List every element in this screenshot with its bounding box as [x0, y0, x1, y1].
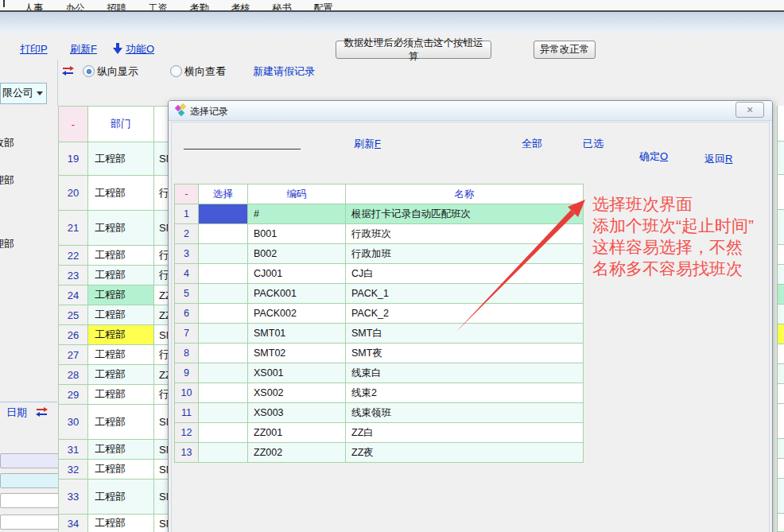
department-cell[interactable]: 工程部 [88, 211, 154, 246]
shift-code-cell[interactable]: PACK001 [248, 284, 346, 304]
shift-name-cell[interactable]: 线束2 [346, 383, 584, 403]
shift-code-cell[interactable]: ZZ002 [248, 443, 346, 463]
department-cell[interactable]: 工程部 [88, 325, 154, 345]
department-cell[interactable]: 工程部 [88, 246, 154, 266]
back-link[interactable]: 返回R [704, 152, 732, 166]
shift-code-cell[interactable]: B001 [248, 224, 346, 244]
row-number-cell[interactable]: 29 [59, 385, 88, 405]
department-cell[interactable]: 工程部 [88, 480, 154, 515]
row-number-cell[interactable]: 13 [175, 443, 199, 463]
shift-code-cell[interactable]: PACK002 [248, 304, 346, 324]
shift-name-cell[interactable]: 线束领班 [346, 403, 584, 423]
department-cell[interactable]: 工程部 [88, 515, 154, 532]
row-number-cell[interactable]: 8 [175, 344, 199, 363]
row-number-cell[interactable]: 19 [59, 142, 88, 176]
select-checkbox-cell[interactable] [199, 264, 248, 284]
select-checkbox-cell[interactable] [199, 224, 248, 244]
menu-item-考勤[interactable]: 考勤 [178, 2, 219, 12]
menu-item-办公[interactable]: 办公 [54, 2, 95, 12]
shift-code-cell[interactable]: B002 [248, 244, 346, 264]
menu-item-工资[interactable]: 工资 [137, 2, 178, 12]
calculate-button[interactable]: 数据处理后必须点击这个按钮运算 [336, 41, 491, 59]
select-checkbox-cell[interactable] [199, 344, 248, 363]
menu-item-考核[interactable]: 考核 [219, 2, 261, 12]
department-cell[interactable]: 工程部 [88, 385, 154, 405]
shift-name-cell[interactable]: 线束白 [346, 363, 584, 383]
shift-name-cell[interactable]: ZZ夜 [346, 443, 584, 463]
shift-code-cell[interactable]: ZZ001 [248, 423, 346, 443]
department-cell[interactable]: 工程部 [88, 345, 154, 365]
close-icon[interactable]: ✕ [735, 102, 764, 118]
select-checkbox-cell[interactable] [199, 383, 248, 403]
function-link[interactable]: 功能O [126, 42, 154, 56]
department-cell[interactable]: 工程部 [88, 460, 154, 480]
abnormal-to-normal-button[interactable]: 异常改正常 [534, 41, 596, 59]
select-checkbox-cell[interactable] [199, 423, 248, 443]
department-cell[interactable]: 工程部 [88, 365, 154, 385]
shift-name-cell[interactable]: PACK_1 [346, 284, 584, 304]
row-number-cell[interactable]: 12 [175, 423, 199, 443]
selected-only-link[interactable]: 已选 [583, 137, 604, 151]
row-number-cell[interactable]: 3 [175, 244, 199, 264]
vertical-display-radio[interactable] [83, 65, 95, 77]
select-all-link[interactable]: 全部 [522, 137, 542, 151]
menu-item-人事[interactable]: 人事 [13, 2, 54, 12]
row-number-cell[interactable]: 2 [175, 224, 199, 244]
row-number-cell[interactable]: 24 [59, 285, 88, 305]
shift-code-cell[interactable]: XS003 [248, 403, 346, 423]
row-number-cell[interactable]: 5 [175, 284, 199, 304]
row-number-cell[interactable]: 28 [59, 365, 88, 385]
horizontal-view-radio[interactable] [170, 65, 182, 77]
department-cell[interactable]: 工程部 [88, 176, 154, 211]
department-cell[interactable]: 工程部 [88, 305, 154, 325]
dialog-titlebar[interactable]: 选择记录 ✕ [169, 101, 772, 121]
select-checkbox-cell[interactable] [199, 363, 248, 383]
shift-code-cell[interactable]: CJ001 [248, 264, 346, 284]
department-cell[interactable]: 工程部 [88, 142, 154, 176]
department-cell[interactable]: 工程部 [88, 440, 154, 460]
new-leave-record-link[interactable]: 新建请假记录 [253, 64, 315, 79]
shift-name-cell[interactable]: 行政班次 [346, 224, 584, 244]
row-number-cell[interactable]: 31 [59, 440, 88, 460]
shift-code-cell[interactable]: # [248, 204, 346, 224]
row-number-cell[interactable]: 20 [59, 176, 88, 211]
shift-name-cell[interactable]: SMT白 [346, 324, 584, 344]
row-number-cell[interactable]: 33 [59, 480, 88, 515]
menu-item-招聘[interactable]: 招聘 [95, 2, 137, 12]
menu-item-配置[interactable]: 配置 [302, 2, 343, 12]
print-link[interactable]: 打印P [20, 42, 48, 56]
department-cell[interactable]: 工程部 [88, 405, 154, 440]
shift-name-cell[interactable]: CJ白 [346, 264, 584, 284]
shift-name-cell[interactable]: 行政加班 [346, 244, 584, 264]
shift-name-cell[interactable]: PACK_2 [346, 304, 584, 324]
dialog-refresh-link[interactable]: 刷新F [354, 137, 381, 151]
department-cell[interactable]: 工程部 [88, 285, 154, 305]
row-number-cell[interactable]: 23 [59, 266, 88, 285]
select-checkbox-cell[interactable] [199, 284, 248, 304]
filter-input[interactable] [184, 134, 301, 150]
select-checkbox-cell[interactable] [199, 443, 248, 463]
row-number-cell[interactable]: 32 [59, 460, 88, 480]
swap-date-icon[interactable] [35, 406, 49, 420]
select-checkbox-cell[interactable] [199, 304, 248, 324]
ok-link[interactable]: 确定O [639, 150, 668, 164]
row-number-cell[interactable]: 4 [175, 264, 199, 284]
select-checkbox-cell[interactable] [199, 403, 248, 423]
refresh-link[interactable]: 刷新F [70, 42, 97, 56]
row-number-cell[interactable]: 34 [59, 515, 88, 532]
row-number-cell[interactable]: 22 [59, 246, 88, 266]
row-number-cell[interactable]: 27 [59, 345, 88, 365]
row-number-cell[interactable]: 10 [175, 383, 199, 403]
company-combobox[interactable]: 限公司 [0, 83, 47, 104]
row-number-cell[interactable]: 26 [59, 325, 88, 345]
select-checkbox-cell[interactable] [199, 244, 248, 264]
department-cell[interactable]: 工程部 [88, 266, 154, 285]
select-checkbox-cell[interactable] [199, 324, 248, 344]
row-number-cell[interactable]: 30 [59, 405, 88, 440]
shift-code-cell[interactable]: SMT02 [248, 344, 346, 363]
swap-columns-icon[interactable] [61, 64, 75, 79]
row-number-cell[interactable]: 21 [59, 211, 88, 246]
shift-code-cell[interactable]: XS002 [248, 383, 346, 403]
row-number-cell[interactable]: 25 [59, 305, 88, 325]
shift-name-cell[interactable]: ZZ白 [346, 423, 584, 443]
